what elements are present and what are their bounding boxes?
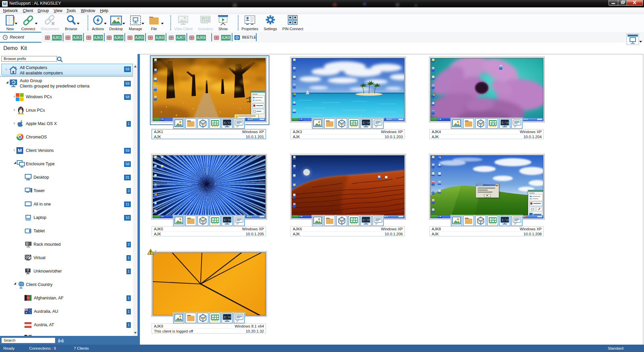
svg-text:?: ? bbox=[27, 269, 29, 273]
